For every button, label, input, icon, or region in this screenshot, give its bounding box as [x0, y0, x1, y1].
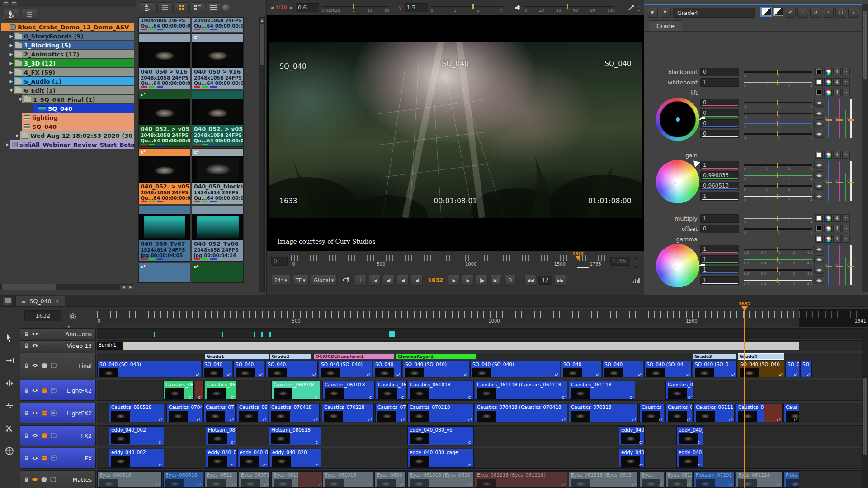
timeline-clip[interactable]: Caustics_06111cᵓ: [693, 404, 735, 422]
annotation-marker[interactable]: [254, 332, 255, 337]
timeline-clip[interactable]: eddy_040cᵓ: [619, 449, 645, 468]
channel-step-icon[interactable]: ◀▶: [814, 255, 824, 263]
tree-item[interactable]: ▶1_Blocking (5): [0, 41, 134, 50]
tree-item[interactable]: ▶5_Audio (1): [0, 77, 134, 86]
histogram-icon[interactable]: [633, 277, 640, 283]
channel-step-icon[interactable]: ◀▶: [814, 99, 824, 107]
lift-wheel-group-channel-field[interactable]: 0: [700, 99, 739, 107]
bin-sort-az-button[interactable]: AZ▾: [140, 2, 155, 13]
gain-slider[interactable]: 0.01562511064: [322, 3, 389, 13]
timeline-clip[interactable]: Eyes_060618cᵓ: [163, 471, 203, 488]
timeline-clip[interactable]: Caustics_0cᵓ: [665, 381, 693, 400]
revert-icon[interactable]: ↺: [810, 8, 821, 18]
timeline-clip[interactable]: SQ_040 (SQ_0cᵓ: [693, 361, 737, 377]
curve-editor-icon[interactable]: ~: [842, 225, 850, 232]
lock-icon[interactable]: [24, 332, 29, 337]
bin-item[interactable]: 2048x1058 24FPSQu...64 00:00:00:00: [192, 17, 244, 32]
frame-increment-button[interactable]: ▶▶: [554, 275, 566, 286]
lock-icon[interactable]: [24, 411, 29, 416]
timeline-clip[interactable]: Flotscᵓ: [783, 471, 799, 488]
tab-grade[interactable]: Grade: [649, 20, 682, 31]
bin-filter-button[interactable]: [157, 2, 173, 13]
colorwheel-icon[interactable]: [824, 225, 832, 232]
eye-icon[interactable]: [32, 332, 38, 336]
timeline-clip[interactable]: Flotsam_08cᵓ: [206, 426, 236, 445]
timeline-clip[interactable]: Caustics_070418cᵓ: [269, 404, 320, 422]
tree-item[interactable]: ▶3_3D (12): [0, 59, 134, 68]
timecode-mode-select[interactable]: TF▾: [292, 275, 309, 286]
stack-icon[interactable]: [51, 455, 57, 461]
timeline-clip[interactable]: Caustics_06cᵓ: [376, 381, 407, 400]
wheel-center-marker[interactable]: [676, 117, 680, 122]
timeline-clip[interactable]: Caustics_070318cᵓ: [569, 404, 638, 422]
timeline-clip[interactable]: SQ_040cᵓ: [373, 361, 402, 377]
timeline-clip[interactable]: Eyes_061218cᵓ: [736, 471, 783, 488]
speaker-icon[interactable]: [514, 5, 522, 11]
colorwheel-icon[interactable]: [824, 89, 832, 96]
step-back-button[interactable]: ◀: [411, 275, 423, 286]
timeline-vscrollbar[interactable]: [862, 328, 868, 488]
list-view-button[interactable]: [207, 2, 220, 13]
lift-wheel-group-channel-field[interactable]: 0: [700, 119, 739, 128]
multiview-tool-icon[interactable]: [3, 444, 16, 458]
channel-step-icon[interactable]: ◀▶: [814, 109, 824, 117]
lift-wheel[interactable]: [656, 98, 699, 141]
channels-a-icon[interactable]: [761, 8, 771, 16]
timeline-clip[interactable]: eddy_040_020cᵓ: [270, 449, 321, 468]
channel-step-icon[interactable]: ◀▶: [814, 266, 824, 274]
channel-step-icon[interactable]: ◀▶: [814, 245, 824, 253]
timeline-clip[interactable]: eddy_040_0cᵓ: [237, 449, 269, 468]
timeline-clip[interactable]: SQ_040cᵓ: [602, 361, 643, 377]
close-panel-icon[interactable]: ×: [848, 8, 859, 18]
timeline-clip[interactable]: Eyes_06071cᵓ: [239, 471, 270, 488]
timeline-clip[interactable]: Caustics_061018cᵓ: [322, 381, 375, 400]
timeline-clip[interactable]: Eyes_061318 (Eyes_0613cᵓ: [569, 471, 638, 488]
timeline-clip[interactable]: Causcᵓ: [783, 404, 799, 422]
soft-effect-ociocdltransform1[interactable]: OCIOCDLTransform1: [314, 353, 395, 360]
node-name-field[interactable]: Grade4: [673, 8, 755, 18]
bin-item[interactable]: 1904x806 24FPSQu...64 00:00:00:00: [138, 17, 190, 32]
grid-view-button[interactable]: [175, 2, 189, 13]
layers-icon[interactable]: [41, 410, 48, 416]
track-header-fx[interactable]: FX: [20, 448, 96, 469]
lock-icon[interactable]: [24, 363, 29, 368]
channel-count-badge[interactable]: 4: [833, 235, 841, 243]
grade-slider[interactable]: -101: [744, 68, 812, 76]
gain-wheel-group-channel-field[interactable]: 0.996033: [700, 171, 739, 180]
eye-icon[interactable]: [32, 363, 38, 368]
timeline-clip[interactable]: cᵓ: [195, 381, 204, 400]
tree-item[interactable]: ▶Wed Aug 12 18:02:53 2020 (30: [0, 131, 134, 140]
tree-expand-icon[interactable]: ▼: [9, 88, 14, 93]
rgb-vertical-sliders[interactable]: 000: [825, 245, 857, 285]
stack-icon[interactable]: [51, 433, 57, 438]
track-header-video-13[interactable]: Video 13: [20, 340, 96, 351]
channel-step-icon[interactable]: ◀▶: [814, 276, 824, 284]
timeline-clip[interactable]: Flotsam_07291cᵓ: [693, 471, 735, 488]
eye-icon[interactable]: [32, 456, 38, 460]
grade-vscroll-handle[interactable]: [863, 11, 867, 79]
channel-count-badge[interactable]: 4: [833, 89, 841, 96]
color-sample-icon[interactable]: [628, 5, 634, 11]
grade-slider[interactable]: 0124: [744, 171, 812, 180]
track-header-lightfx2[interactable]: LightFX2: [20, 380, 96, 401]
timeline-clip[interactable]: SQ_(cᵓ: [800, 361, 812, 377]
whitepoint-field[interactable]: 1: [700, 78, 739, 87]
lift-wheel-group-channel-field[interactable]: 0: [700, 109, 739, 117]
thumbnail-size-knob[interactable]: [222, 4, 230, 11]
stack-icon[interactable]: [50, 477, 56, 482]
viewer-playhead[interactable]: 1632: [572, 252, 584, 260]
grade-slider[interactable]: 0.20.4124.5: [744, 255, 812, 264]
blackpoint-field[interactable]: 0: [700, 68, 739, 76]
channel-step-icon[interactable]: ◀▶: [814, 161, 824, 169]
bin-item[interactable]: cᵓ: [192, 263, 244, 283]
timeline-clip[interactable]: Caustics_070218cᵓ: [407, 404, 474, 422]
viewer-collapse-icon[interactable]: ⌄⌄: [637, 3, 641, 12]
bin-item[interactable]: cᵓ040_050_blockin1924x814 24FPSQu...64 0…: [192, 148, 244, 204]
rgb-vertical-sliders[interactable]: 000: [825, 99, 857, 138]
grade-slider[interactable]: -101: [744, 130, 812, 138]
eye-icon[interactable]: [32, 388, 38, 393]
timeline-clip[interactable]: Caustics_070218cᵓ: [322, 404, 374, 422]
timeline-clip[interactable]: Eyes_060618cᵓ: [97, 471, 162, 488]
timeline-clip[interactable]: eddy_040_002cᵓ: [109, 449, 164, 468]
volume-slider[interactable]: 020406080100: [524, 3, 614, 13]
